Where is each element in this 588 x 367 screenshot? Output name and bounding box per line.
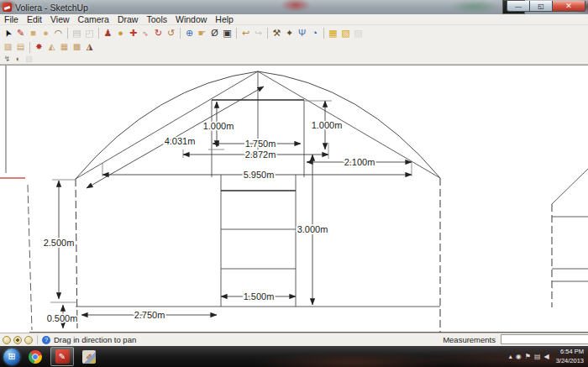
dimension-label: 1.750m [245, 139, 276, 149]
dimension-label: 2.100m [344, 157, 375, 167]
zoom-extents-tool-icon[interactable]: ▣ [222, 27, 233, 39]
measurements-input[interactable] [501, 334, 588, 344]
move-tool-icon[interactable]: ⇔ [138, 24, 155, 41]
dimension-label: 1.000m [203, 121, 234, 131]
hidden-left-line [28, 185, 32, 330]
sandbox-flip-edge-icon[interactable]: ◮ [84, 42, 95, 53]
menu-file[interactable]: File [0, 14, 23, 24]
hidden-icons-caret[interactable]: ▴ [509, 354, 512, 360]
share-model-tool-icon[interactable]: ▧ [340, 27, 351, 39]
sketchup-window: Voliera - SketchUp — ◱ ✕ FileEditViewCam… [0, 0, 588, 367]
menu-camera[interactable]: Camera [74, 14, 113, 24]
title-bar: Voliera - SketchUp — ◱ ✕ [0, 0, 588, 14]
menu-help[interactable]: Help [211, 14, 238, 24]
protractor-tool-icon[interactable]: ✦ [284, 27, 295, 39]
dimension-label: 0.500m [47, 313, 78, 323]
left-wall [76, 179, 77, 332]
get-models-tool-icon[interactable]: ▦ [328, 27, 339, 39]
chrome-icon [29, 350, 42, 364]
sandbox-from-scratch-icon[interactable]: ▤ [15, 42, 26, 53]
credit-coin-icon[interactable] [3, 336, 11, 344]
paint-app-icon: ✐ [82, 350, 96, 364]
status-bar: ? Drag in direction to pan Measurements [0, 333, 588, 346]
push-pull-tool-icon[interactable]: ▤ [71, 27, 82, 39]
orbit-tool-icon[interactable]: ⊕ [184, 27, 195, 39]
dimension-label: 1.000m [312, 120, 343, 130]
sketchup-taskbar-icon: ✎ [55, 349, 70, 364]
aviary-drawing: 4.031m1.000m1.000m1.750m2.872m2.100m5.95… [0, 66, 588, 333]
sketchup-logo-icon [3, 3, 12, 12]
taskbar-sketchup-button[interactable]: ✎ [50, 347, 74, 366]
menu-view[interactable]: View [46, 14, 74, 24]
tape-measure-tool-icon[interactable]: ⚒ [271, 27, 282, 39]
select-tool-icon[interactable]: ➤ [0, 25, 16, 40]
tray-app-icon[interactable]: ◉ [516, 354, 522, 360]
pan-tool-icon[interactable]: ☛ [197, 27, 207, 39]
dimension-label: 3.000m [297, 224, 328, 234]
action-center-flag-icon[interactable]: ⚑ [525, 354, 531, 360]
toolbar-separator [98, 28, 99, 39]
sandbox-from-contours-icon[interactable]: ▨ [3, 42, 13, 53]
toolbar-separator [267, 28, 268, 39]
menu-bar: FileEditViewCameraDrawToolsWindowHelp [0, 14, 588, 25]
zoom-tool-icon[interactable]: Ø [209, 27, 220, 39]
axes-tool-icon[interactable]: Ψ [297, 27, 307, 39]
toolbar-separator [180, 28, 181, 39]
paint-bucket-tool-icon[interactable]: ● [115, 27, 126, 39]
geo-coin-icon[interactable] [13, 336, 22, 344]
dimension-label: 2.500m [44, 238, 75, 248]
sandbox-stamp-icon[interactable]: ◭ [46, 42, 57, 53]
sandbox-add-detail-icon[interactable]: ▩ [71, 42, 82, 53]
maximize-button[interactable]: ◱ [530, 1, 552, 12]
menu-edit[interactable]: Edit [23, 14, 46, 24]
toolbar-extra: ↯◐▧ [0, 54, 588, 65]
clock-time: 6:54 PM [556, 348, 584, 356]
freehand-tool-icon[interactable]: ↯ [3, 55, 12, 63]
circle-tool-icon[interactable]: ● [40, 27, 51, 39]
follow-me-tool-icon[interactable]: ↺ [165, 27, 176, 39]
previous-view-icon[interactable]: ↩ [240, 27, 251, 39]
volume-icon[interactable]: ◀ [543, 354, 549, 360]
dimension-label: 5.950m [244, 170, 275, 180]
taskbar-chrome-button[interactable] [24, 347, 47, 366]
drawing-canvas[interactable]: 4.031m1.000m1.000m1.750m2.872m2.100m5.95… [0, 65, 588, 333]
dimension-label: 4.031m [165, 136, 196, 146]
make-component-tool-icon[interactable]: ♟ [102, 27, 113, 39]
taskbar-paint-button[interactable]: ✐ [77, 347, 101, 366]
network-icon[interactable]: ▤ [534, 354, 541, 360]
add-location-tool-icon[interactable]: ◔ [309, 27, 320, 39]
next-view-icon[interactable]: ↪ [253, 27, 264, 39]
menu-tools[interactable]: Tools [142, 14, 171, 24]
dimension-label: 1.500m [244, 291, 275, 301]
toolbar-sandbox: ▨▤✸◭▦▩◮ [0, 40, 588, 54]
menu-window[interactable]: Window [171, 14, 211, 24]
sandbox-smoove-icon[interactable]: ✸ [34, 42, 45, 53]
clock-date: 3/24/2013 [556, 357, 584, 365]
cube-tool-icon[interactable]: ▧ [24, 55, 34, 63]
measurements-label: Measurements [443, 333, 496, 346]
close-button[interactable]: ✕ [552, 1, 585, 12]
arc-tool-icon[interactable]: ◠ [53, 27, 64, 39]
system-tray: ▴ ◉ ⚑ ▤ ◀ 6:54 PM 3/24/2013 [509, 346, 586, 367]
windows-taskbar: ⊞ ✎ ✐ ▴ ◉ ⚑ ▤ ◀ 6:54 PM 3/24/2013 [0, 346, 588, 367]
menu-draw[interactable]: Draw [113, 14, 143, 24]
rectangle-tool-icon[interactable]: ■ [28, 27, 39, 39]
toolbar-separator [323, 28, 324, 39]
offset-tool-icon[interactable]: ◰ [84, 27, 95, 39]
start-button[interactable]: ⊞ [3, 349, 20, 365]
rotate-tool-icon[interactable]: ↻ [153, 27, 164, 39]
claim-coin-icon[interactable] [24, 336, 33, 344]
dimension-label: 2.750m [134, 310, 165, 320]
component-options-tool-icon[interactable]: ▨ [353, 27, 364, 39]
tray-clock[interactable]: 6:54 PM 3/24/2013 [556, 348, 584, 364]
help-icon[interactable]: ? [42, 336, 50, 344]
status-hint-text: Drag in direction to pan [54, 335, 136, 344]
minimize-button[interactable]: — [507, 1, 530, 12]
toolbar-separator [67, 28, 68, 39]
line-tool-icon[interactable]: ✎ [15, 27, 26, 39]
sandbox-drape-icon[interactable]: ▦ [59, 42, 70, 53]
right-neighbor-slope [552, 169, 588, 204]
status-separator [37, 335, 38, 344]
toolbar-separator [236, 28, 237, 39]
terrain-rock-tool-icon[interactable]: ◐ [13, 55, 23, 63]
